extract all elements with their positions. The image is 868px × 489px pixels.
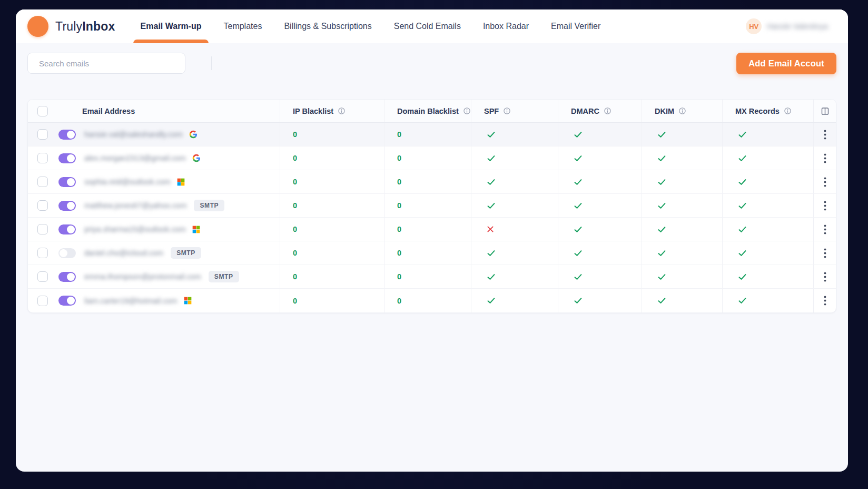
header-cell-ip-blacklist: IP Blacklist [280,100,384,122]
check-icon [573,248,583,258]
domain-blacklist-cell: 0 [384,170,471,193]
row-menu-button[interactable] [821,292,830,309]
check-icon [573,153,583,163]
check-icon [737,177,747,187]
column-label-mx-records: MX Records [735,107,780,115]
nav-item-billings-subscriptions[interactable]: Billings & Subscriptions [284,9,371,43]
column-label-spf: SPF [484,107,499,115]
row-menu-button[interactable] [821,221,830,238]
row-actions-cell [813,265,836,288]
row-menu-button[interactable] [821,245,830,261]
row-menu-button[interactable] [821,269,830,285]
nav-item-inbox-radar[interactable]: Inbox Radar [483,9,529,43]
row-checkbox[interactable] [37,296,48,306]
domain-blacklist-cell: 0 [384,241,471,265]
warmup-toggle[interactable] [58,130,76,140]
email-address-blurred: liam.carter19@hotmail.com [84,297,177,305]
ip-blacklist-cell-value: 0 [293,249,297,257]
warmup-toggle[interactable] [58,201,76,211]
warmup-toggle[interactable] [58,248,76,258]
email-address-blurred: emma.thompson@protonmail.com [84,272,201,281]
email-cell: liam.carter19@hotmail.com [58,289,280,312]
column-label-domain-blacklist: Domain Blacklist [397,107,459,115]
check-icon [486,130,496,140]
ip-blacklist-cell: 0 [280,146,384,170]
search-input[interactable] [39,59,179,68]
ip-blacklist-cell: 0 [280,289,384,312]
info-icon[interactable] [503,107,511,115]
google-icon [192,154,201,162]
vertical-dots-icon [824,153,826,163]
email-address-blurred: sophia.reid@outlook.com [84,178,171,186]
info-icon[interactable] [338,107,346,115]
dmarc-status-cell [558,194,642,217]
info-icon[interactable] [784,107,792,115]
check-icon [573,201,583,211]
check-icon [573,177,583,187]
warmup-toggle[interactable] [58,272,76,282]
check-icon [573,272,583,282]
nav-item-email-verifier[interactable]: Email Verifier [551,9,600,43]
check-icon [737,153,747,163]
column-settings-button[interactable] [820,106,830,116]
ip-blacklist-cell: 0 [280,123,384,146]
email-accounts-table: Email AddressIP BlacklistDomain Blacklis… [27,99,836,313]
check-icon [737,201,747,211]
dmarc-status-cell [558,146,642,170]
warmup-toggle[interactable] [58,177,76,187]
smtp-badge: SMTP [194,200,224,211]
microsoft-icon [192,226,200,233]
check-icon [657,130,667,140]
row-checkbox[interactable] [37,271,48,282]
row-checkbox[interactable] [37,248,48,258]
search-box [27,53,185,74]
table-row: emma.thompson@protonmail.comSMTP00 [28,265,836,289]
check-icon [486,153,496,163]
row-actions-cell [813,218,836,241]
spf-status-cell [471,265,558,288]
warmup-toggle[interactable] [58,224,76,234]
check-icon [737,296,747,306]
ip-blacklist-cell-value: 0 [293,272,297,281]
ip-blacklist-cell: 0 [280,265,384,288]
nav-item-templates[interactable]: Templates [223,9,262,43]
ip-blacklist-cell-value: 0 [293,201,297,210]
row-checkbox[interactable] [37,200,48,211]
row-checkbox[interactable] [37,224,48,234]
table-body: hansie.val@saleshandly.com00alex.morgan2… [28,123,836,312]
email-address-blurred: matthew.jones67@yahoo.com [84,201,186,210]
ip-blacklist-cell-value: 0 [293,130,297,139]
add-email-account-button[interactable]: Add Email Accout [736,53,836,74]
nav-item-email-warm-up[interactable]: Email Warm-up [141,9,202,43]
row-checkbox[interactable] [37,153,48,163]
info-icon[interactable] [678,107,686,115]
row-menu-button[interactable] [821,150,830,167]
row-menu-button[interactable] [821,174,830,190]
dmarc-status-cell [558,241,642,265]
vertical-dots-icon [824,272,826,282]
header-cell-dmarc: DMARC [558,100,642,122]
row-checkbox[interactable] [37,177,48,187]
email-address-blurred: priya.sharma15@outlook.com [84,225,186,233]
row-menu-button[interactable] [821,126,830,143]
check-icon [573,224,583,234]
row-menu-button[interactable] [821,198,830,214]
warmup-toggle[interactable] [58,296,76,306]
info-icon[interactable] [463,107,471,115]
nav-item-send-cold-emails[interactable]: Send Cold Emails [394,9,461,43]
select-all-checkbox[interactable] [37,106,48,116]
table-row: matthew.jones67@yahoo.comSMTP00 [28,194,836,218]
user-menu[interactable]: HV Hansle Valentinya [746,18,834,34]
smtp-badge: SMTP [209,271,239,282]
domain-blacklist-cell-value: 0 [397,201,401,210]
ip-blacklist-cell: 0 [280,241,384,265]
header-cell-spf: SPF [471,100,558,122]
row-checkbox[interactable] [37,129,48,140]
warmup-toggle[interactable] [58,153,76,163]
info-icon[interactable] [604,107,611,115]
microsoft-icon [177,178,185,186]
user-name-blurred: Hansle Valentinya [767,22,828,31]
email-cell: matthew.jones67@yahoo.comSMTP [58,194,280,217]
header-cell-email-address: Email Address [58,100,280,122]
domain-blacklist-cell: 0 [384,194,471,217]
